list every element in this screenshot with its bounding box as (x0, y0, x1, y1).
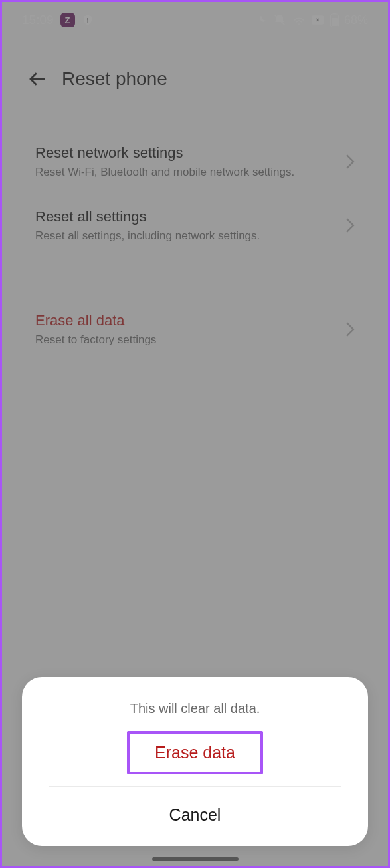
cancel-button[interactable]: Cancel (22, 787, 368, 839)
confirm-dialog: This will clear all data. Erase data Can… (22, 677, 368, 846)
highlight-annotation: Erase data (127, 731, 263, 774)
home-indicator[interactable] (152, 857, 239, 861)
erase-data-button[interactable]: Erase data (130, 734, 260, 772)
dialog-message: This will clear all data. (22, 701, 368, 716)
